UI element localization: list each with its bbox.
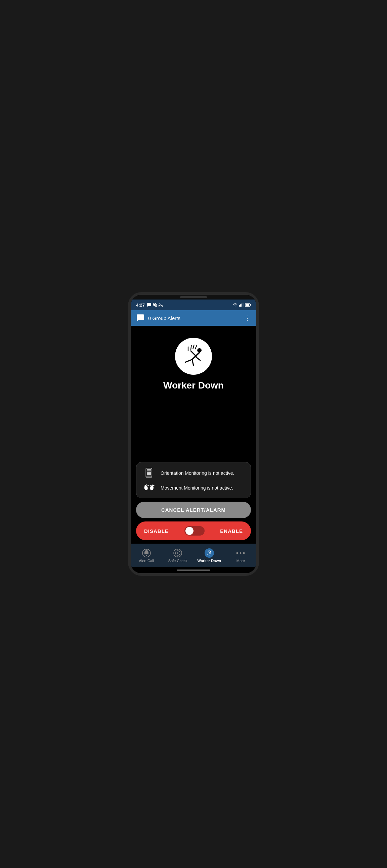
more-nav-label: More	[237, 559, 245, 563]
page-title: Worker Down	[163, 380, 224, 391]
disable-label: DISABLE	[144, 528, 169, 534]
status-time: 4:27	[136, 303, 145, 308]
orientation-text: Orientation Monitoring is not active.	[160, 470, 234, 476]
svg-point-56	[243, 552, 245, 554]
nav-item-safe-check[interactable]: Safe Check	[166, 548, 190, 563]
footprints-icon	[143, 483, 155, 493]
phone-off-icon	[158, 303, 163, 307]
battery-icon	[245, 303, 251, 307]
svg-line-49	[207, 554, 209, 554]
disable-enable-toggle-row[interactable]: DISABLE ENABLE	[136, 522, 251, 540]
svg-line-53	[209, 550, 209, 551]
worker-down-nav-svg	[206, 549, 213, 557]
home-bar	[177, 569, 210, 571]
notification-bar: 0 Group Alerts ⋮	[131, 310, 256, 326]
signal-icon	[239, 303, 243, 307]
svg-rect-27	[146, 484, 147, 485]
svg-rect-28	[147, 485, 149, 486]
safe-check-icon	[173, 549, 182, 557]
chat-bubble-icon	[147, 303, 151, 307]
more-nav-icon	[236, 548, 245, 558]
orientation-row: Orientation Monitoring is not active.	[143, 468, 244, 478]
toggle-track[interactable]	[184, 526, 205, 535]
cancel-alert-button[interactable]: CANCEL ALERT/ALARM	[136, 502, 251, 518]
alert-bell-icon	[142, 549, 151, 557]
svg-rect-31	[151, 485, 153, 486]
worker-down-nav-icon	[205, 548, 214, 558]
svg-rect-7	[245, 304, 249, 306]
status-bar: 4:27	[131, 300, 256, 310]
notch-bar	[131, 295, 256, 300]
nav-item-more[interactable]: More	[229, 548, 252, 563]
worker-down-nav-label: Worker Down	[197, 559, 221, 563]
nav-item-alert-call[interactable]: Alert Call	[135, 548, 158, 563]
main-content: Worker Down	[131, 326, 256, 544]
status-left: 4:27	[136, 303, 163, 308]
svg-rect-2	[239, 305, 240, 307]
svg-rect-21	[146, 476, 152, 477]
alert-call-nav-icon	[142, 548, 151, 558]
svg-rect-3	[240, 304, 241, 307]
svg-point-29	[150, 485, 154, 491]
movement-icon	[143, 483, 155, 493]
svg-rect-8	[250, 304, 251, 306]
svg-line-16	[191, 345, 191, 349]
svg-point-55	[240, 552, 242, 554]
svg-point-54	[237, 552, 238, 554]
status-right	[233, 303, 251, 307]
home-indicator	[131, 567, 256, 573]
svg-line-12	[196, 357, 200, 360]
alert-call-nav-label: Alert Call	[139, 559, 154, 563]
movement-text: Movement Monitoring is not active.	[160, 485, 233, 491]
safe-check-nav-icon	[173, 548, 182, 558]
svg-rect-20	[147, 469, 151, 475]
toggle-thumb	[185, 527, 194, 535]
group-alerts-label: 0 Group Alerts	[148, 315, 180, 321]
svg-line-11	[191, 351, 196, 356]
orientation-icon	[143, 468, 155, 478]
enable-label: ENABLE	[220, 528, 243, 534]
notch	[180, 296, 207, 298]
svg-line-48	[210, 553, 211, 554]
nav-item-worker-down[interactable]: Worker Down	[197, 548, 221, 563]
svg-rect-5	[242, 303, 243, 307]
group-chat-icon	[136, 314, 145, 322]
bottom-nav: Alert Call Safe Check	[131, 544, 256, 567]
svg-point-34	[146, 555, 147, 556]
more-dots-icon	[236, 551, 245, 555]
wifi-icon	[233, 303, 238, 307]
notif-left: 0 Group Alerts	[136, 314, 180, 322]
worker-down-icon-container	[175, 338, 212, 375]
svg-line-50	[209, 554, 209, 555]
phone-frame: 4:27	[128, 292, 259, 576]
svg-point-25	[144, 485, 148, 491]
mute-icon	[152, 303, 157, 307]
status-icons	[147, 303, 163, 307]
svg-rect-4	[242, 304, 242, 307]
worker-down-icon	[180, 343, 207, 370]
movement-row: Movement Monitoring is not active.	[143, 483, 244, 493]
svg-line-14	[192, 360, 194, 366]
svg-rect-32	[153, 485, 154, 486]
monitoring-card: Orientation Monitoring is not active.	[136, 462, 251, 498]
svg-line-13	[185, 360, 192, 362]
svg-line-17	[193, 345, 194, 348]
bottom-card-area: Orientation Monitoring is not active.	[131, 462, 256, 544]
phone-orientation-icon	[144, 468, 154, 478]
overflow-menu-button[interactable]: ⋮	[244, 314, 251, 322]
svg-line-47	[209, 552, 210, 553]
svg-line-18	[195, 345, 197, 349]
safe-check-nav-label: Safe Check	[168, 559, 187, 563]
svg-point-40	[177, 552, 178, 554]
